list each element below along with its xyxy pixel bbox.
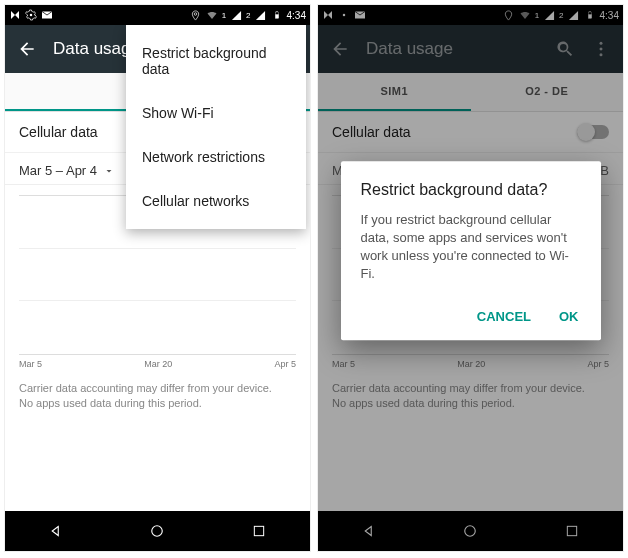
menu-show-wifi[interactable]: Show Wi-Fi	[126, 91, 306, 135]
status-bar: 1 2 4:34	[5, 5, 310, 25]
ok-button[interactable]: OK	[557, 304, 581, 331]
svg-point-0	[30, 14, 33, 17]
sim1-indicator: 1	[222, 11, 226, 20]
signal-2-icon	[255, 9, 267, 21]
dropdown-caret-icon	[103, 165, 115, 177]
nav-home-icon[interactable]	[147, 521, 167, 541]
sim2-indicator: 2	[246, 11, 250, 20]
phone-screenshot-right: 1 2 4:34 Data usage SIM1 O2 - DE	[317, 4, 624, 552]
cellular-data-label: Cellular data	[19, 124, 98, 140]
chart-x-axis: Mar 5 Mar 20 Apr 5	[5, 357, 310, 375]
nav-recent-icon[interactable]	[249, 521, 269, 541]
axis-label-end: Apr 5	[274, 359, 296, 369]
menu-network-restrictions[interactable]: Network restrictions	[126, 135, 306, 179]
gmail-icon	[41, 9, 53, 21]
battery-icon	[271, 9, 283, 21]
axis-label-start: Mar 5	[19, 359, 42, 369]
svg-rect-4	[276, 11, 277, 12]
nav-back-icon[interactable]	[46, 521, 66, 541]
settings-icon	[25, 9, 37, 21]
dialog-body: If you restrict background cellular data…	[361, 211, 581, 284]
svg-rect-6	[254, 526, 263, 535]
signal-1-icon	[230, 9, 242, 21]
svg-point-5	[152, 526, 163, 537]
back-icon[interactable]	[17, 39, 37, 59]
restrict-dialog: Restrict background data? If you restric…	[341, 161, 601, 341]
date-range-label: Mar 5 – Apr 4	[19, 163, 97, 178]
location-icon	[190, 9, 202, 21]
menu-restrict-background[interactable]: Restrict background data	[126, 31, 306, 91]
wifi-icon	[206, 9, 218, 21]
dialog-title: Restrict background data?	[361, 181, 581, 199]
nav-bar	[5, 511, 310, 551]
overflow-menu: Restrict background data Show Wi-Fi Netw…	[126, 25, 306, 229]
carrier-footnote: Carrier data accounting may differ from …	[5, 375, 310, 418]
cancel-button[interactable]: CANCEL	[475, 304, 533, 331]
svg-rect-3	[275, 14, 278, 18]
menu-cellular-networks[interactable]: Cellular networks	[126, 179, 306, 223]
axis-label-mid: Mar 20	[144, 359, 172, 369]
dialog-actions: CANCEL OK	[361, 304, 581, 331]
phone-screenshot-left: 1 2 4:34 Data usage SIM1 Cellular data M…	[4, 4, 311, 552]
nfc-icon	[9, 9, 21, 21]
clock-text: 4:34	[287, 10, 306, 21]
